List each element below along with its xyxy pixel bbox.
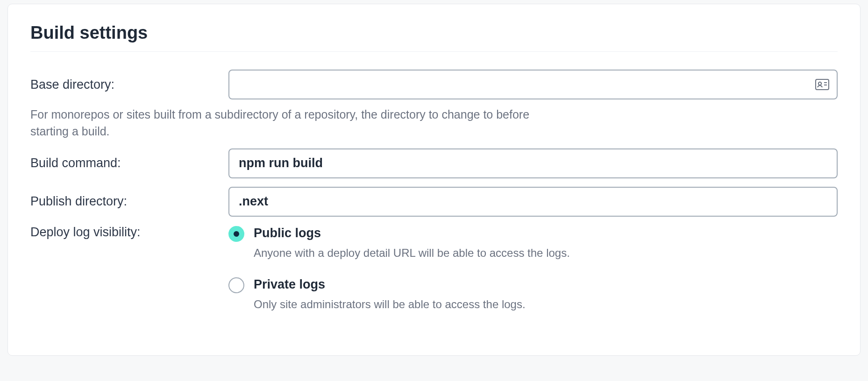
radio-dot-icon: [234, 231, 239, 237]
radio-desc-private: Only site administrators will be able to…: [254, 296, 526, 312]
deploy-log-visibility-label: Deploy log visibility:: [30, 225, 217, 240]
build-settings-card: Build settings Base directory: For monor…: [7, 4, 861, 356]
radio-control-private[interactable]: [228, 277, 244, 293]
base-directory-input[interactable]: [228, 70, 838, 99]
field-base-directory: Base directory: For monorepos or sites b…: [30, 70, 838, 140]
radio-control-public[interactable]: [228, 226, 244, 242]
radio-title-public: Public logs: [254, 225, 570, 241]
field-deploy-log-visibility: Deploy log visibility: Public logs Anyon…: [30, 225, 838, 328]
base-directory-help: For monorepos or sites built from a subd…: [30, 106, 535, 140]
radio-text-private: Private logs Only site administrators wi…: [254, 276, 526, 312]
section-divider: [30, 51, 838, 52]
build-command-label: Build command:: [30, 156, 217, 170]
build-command-input[interactable]: [228, 148, 838, 178]
radio-text-public: Public logs Anyone with a deploy detail …: [254, 225, 570, 261]
radio-title-private: Private logs: [254, 276, 526, 293]
field-publish-directory: Publish directory:: [30, 187, 838, 217]
radio-option-private-logs[interactable]: Private logs Only site administrators wi…: [228, 276, 838, 312]
publish-directory-label: Publish directory:: [30, 194, 217, 209]
publish-directory-input[interactable]: [228, 187, 838, 217]
radio-desc-public: Anyone with a deploy detail URL will be …: [254, 245, 570, 261]
section-title: Build settings: [30, 23, 838, 43]
base-directory-label: Base directory:: [30, 78, 217, 92]
radio-option-public-logs[interactable]: Public logs Anyone with a deploy detail …: [228, 225, 838, 261]
field-build-command: Build command:: [30, 148, 838, 178]
